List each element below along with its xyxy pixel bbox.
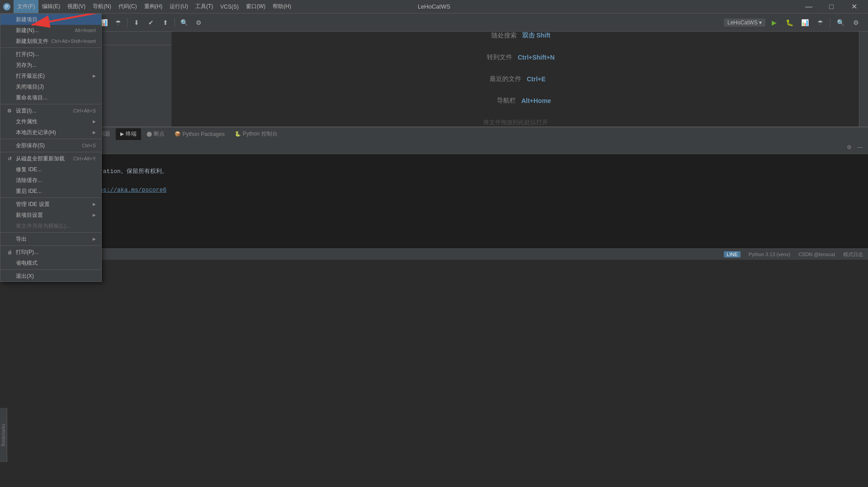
close-button[interactable]: ✕ — [844, 0, 864, 14]
dropdown-new-project-settings[interactable]: 新项目设置 — [0, 210, 101, 220]
blank-line-1 — [5, 177, 863, 186]
restart-icon — [6, 187, 13, 195]
dropdown-repair-ide[interactable]: 修复 IDE... — [0, 164, 101, 175]
menu-item-refactor[interactable]: 重构(H) — [141, 0, 166, 13]
terminal-header: 💻 本地 + ▾ ⚙ — — [0, 140, 868, 154]
debug-button[interactable]: 🐛 — [783, 16, 796, 29]
sep-7 — [0, 245, 101, 246]
toolbar-vcs-push-icon[interactable]: ⬆ — [159, 16, 172, 29]
tab-breakpoints[interactable]: ⬤ 断点 — [142, 128, 169, 140]
right-sidebar: 通知 — [859, 32, 868, 126]
line-badge: LINE — [724, 251, 740, 258]
tab-python-packages[interactable]: 📦 Python Packages — [170, 128, 229, 140]
dropdown-power-save[interactable]: 省电模式 — [0, 258, 101, 268]
dropdown-invalidate[interactable]: 清除缓存... — [0, 175, 101, 186]
toolbar-search2-icon[interactable]: 🔍 — [834, 16, 847, 29]
menu-item-help[interactable]: 帮助(H) — [269, 0, 295, 13]
dropdown-save-all[interactable]: 全部保存(S) Ctrl+S — [0, 140, 101, 151]
menu-item-vcs[interactable]: VCS(S) — [217, 0, 242, 13]
scratch-shortcut: Ctrl+Alt+Shift+Insert — [51, 38, 96, 44]
toolbar-separator-4 — [175, 18, 175, 27]
search-shortcut: 双击 Shift — [522, 32, 551, 40]
terminal-controls: ⚙ — — [844, 143, 864, 152]
menu-item-edit[interactable]: 编辑(E) — [38, 0, 64, 13]
save-all-shortcut: Ctrl+S — [82, 143, 96, 148]
toolbar-search-icon[interactable]: 🔍 — [177, 16, 191, 29]
menu-item-navigate[interactable]: 导航(N) — [89, 0, 115, 13]
exit-icon — [6, 272, 13, 280]
notifications-label[interactable]: 通知 — [861, 32, 867, 39]
dropdown-open[interactable]: 打开(O)... — [0, 49, 101, 60]
dropdown-new-project[interactable]: 新建项目... — [0, 14, 101, 25]
dropdown-new-scratch[interactable]: 新建划痕文件 Ctrl+Alt+Shift+Insert — [0, 36, 101, 47]
dropdown-file-properties[interactable]: 文件属性 — [0, 116, 101, 127]
open-recent-label: 打开最近(E) — [16, 72, 45, 80]
toolbar-gear2-icon[interactable]: ⚙ — [849, 16, 863, 29]
dropdown-manage-settings[interactable]: 管理 IDE 设置 — [0, 199, 101, 210]
dropdown-rename-project[interactable]: 重命名项目... — [0, 92, 101, 103]
toolbar-coverage-icon[interactable]: ☂ — [111, 16, 125, 29]
profile-button[interactable]: 📊 — [798, 16, 811, 29]
bookmarks-panel[interactable]: Bookmarks — [0, 408, 7, 462]
invalidate-caches-label: 清除缓存... — [16, 177, 42, 184]
welcome-recent-row: 最近的文件 Ctrl+E — [485, 75, 546, 83]
python-version-status[interactable]: Python 3.13 (venv) — [747, 252, 792, 257]
reload-icon: ↺ — [6, 155, 13, 162]
menu-item-file[interactable]: 文件(F) — [14, 0, 38, 13]
python-console-tab-label: Python 控制台 — [243, 130, 278, 138]
toolbar-vcs-commit-icon[interactable]: ✔ — [144, 16, 158, 29]
file-shortcut: Ctrl+Shift+N — [518, 54, 555, 61]
status-bar: ⎇ Git 创建一个新项目 LINE Python 3.13 (venv) CS… — [0, 248, 868, 260]
run-button[interactable]: ▶ — [767, 16, 781, 29]
menu-item-view[interactable]: 视图(V) — [64, 0, 89, 13]
dropdown-save-as[interactable]: 另存为... — [0, 60, 101, 70]
cross-platform-line: 尝试新的跨平台 PowerShell https://aka.ms/pscore… — [5, 186, 863, 195]
mode-log-status[interactable]: 模式日志 — [842, 251, 864, 258]
dropdown-reload[interactable]: ↺ 从磁盘全部重新加载 Ctrl+Alt+Y — [0, 153, 101, 164]
minimize-button[interactable]: — — [798, 0, 819, 14]
rename-project-label: 重命名项目... — [16, 94, 47, 102]
dropdown-print[interactable]: 🖨 打印(P)... — [0, 247, 101, 258]
local-history-icon — [6, 129, 13, 136]
title-center: LeHoCatWS — [418, 3, 450, 10]
save-all-icon — [6, 142, 13, 149]
close-project-label: 关闭项目(J) — [16, 83, 44, 91]
menu-item-code[interactable]: 代码(C) — [115, 0, 141, 13]
welcome-search-row: 随处搜索 双击 Shift — [481, 32, 551, 40]
menu-bar: 文件(F) 编辑(E) 视图(V) 导航(N) 代码(C) 重构(H) 运行(U… — [14, 0, 295, 13]
dropdown-export[interactable]: 导出 — [0, 234, 101, 244]
menu-item-window[interactable]: 窗口(W) — [242, 0, 269, 13]
editor-area: 随处搜索 双击 Shift 转到文件 Ctrl+Shift+N 最近的文件 Ct… — [172, 32, 859, 126]
export-label: 导出 — [16, 235, 27, 243]
new-shortcut: Alt+Insert — [75, 28, 96, 33]
line-col-badge[interactable]: LINE — [722, 251, 741, 258]
welcome-drop-row: 将文件拖放到此处以打开 — [483, 118, 548, 126]
terminal-close-btn[interactable]: — — [855, 143, 864, 152]
power-save-label: 省电模式 — [16, 259, 38, 267]
terminal-body[interactable]: Windows PowerShell 版权所有 (C) Microsoft Co… — [0, 154, 868, 248]
dropdown-open-recent[interactable]: 打开最近(E) — [0, 70, 101, 81]
maximize-button[interactable]: □ — [821, 0, 842, 14]
file-dropdown-menu: 新建项目... 新建(N)... Alt+Insert 新建划痕文件 Ctrl+… — [0, 14, 102, 282]
run-config-selector[interactable]: LeHoCatWS ▾ — [724, 19, 765, 27]
toolbar: 📁 🕐 ↩ ↪ ▶ 🐛 📊 ☂ ⬇ ✔ ⬆ 🔍 ⚙ LeHoCatWS ▾ ▶ … — [0, 14, 868, 32]
coverage-button[interactable]: ☂ — [813, 16, 827, 29]
menu-item-run[interactable]: 运行(U) — [166, 0, 192, 13]
mode-log-label: 模式日志 — [843, 251, 863, 258]
terminal-settings-btn[interactable]: ⚙ — [844, 143, 854, 152]
toolbar-vcs-update-icon[interactable]: ⬇ — [130, 16, 143, 29]
dropdown-local-history[interactable]: 本地历史记录(H) — [0, 127, 101, 138]
dropdown-settings[interactable]: ⚙ 设置(I)... Ctrl+Alt+S — [0, 105, 101, 116]
title-bar-right: — □ ✕ — [798, 0, 868, 14]
toolbar-settings-icon[interactable]: ⚙ — [192, 16, 205, 29]
dropdown-new[interactable]: 新建(N)... Alt+Insert — [0, 25, 101, 36]
dropdown-close-project[interactable]: 关闭项目(J) — [0, 81, 101, 92]
tab-terminal[interactable]: ▶ 终端 — [116, 128, 141, 140]
csdn-user-status[interactable]: CSDN @lenocat — [797, 252, 836, 257]
tab-python-console[interactable]: 🐍 Python 控制台 — [230, 128, 282, 140]
dropdown-restart-ide[interactable]: 重启 IDE... — [0, 186, 101, 197]
breakpoints-tab-label: 断点 — [154, 130, 165, 138]
dropdown-exit[interactable]: 退出(X) — [0, 271, 101, 281]
navigate-label: 导航栏 — [480, 97, 516, 105]
menu-item-tools[interactable]: 工具(T) — [192, 0, 217, 13]
